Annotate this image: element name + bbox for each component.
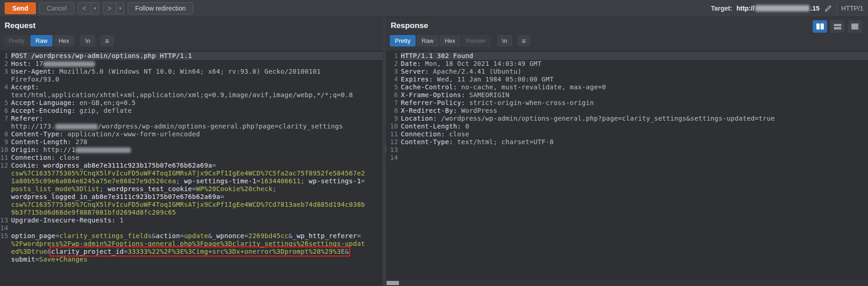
- line-number: 15: [0, 232, 11, 240]
- code-line: 7Referrer-Policy: strict-origin-when-cro…: [386, 99, 868, 107]
- code-line: 11Connection: close: [0, 154, 382, 162]
- tab-render[interactable]: Render: [461, 35, 491, 47]
- forward-history-dropdown[interactable]: ▾: [116, 3, 124, 14]
- line-number: [0, 185, 11, 193]
- code-line: 9Location: /wordpress/wp-admin/options-g…: [386, 115, 868, 123]
- code-line: 11Connection: close: [386, 130, 868, 138]
- code-line: 9b3f715bd6d68de9f8887081bfd2694d8fc209c6…: [0, 209, 382, 216]
- code-text: Accept-Encoding: gzip, deflate: [11, 107, 382, 115]
- line-number: 7: [386, 99, 401, 107]
- response-menu-button[interactable]: ≡: [517, 35, 531, 47]
- code-text: Referrer-Policy: strict-origin-when-cros…: [401, 99, 868, 107]
- tab-hex[interactable]: Hex: [440, 35, 460, 47]
- layout-columns-button[interactable]: [813, 20, 827, 33]
- code-line: Firefox/93.0: [0, 76, 382, 83]
- request-tabs: PrettyRawHex\n ≡: [0, 32, 382, 51]
- line-number: 10: [386, 123, 401, 130]
- tab-nn[interactable]: \n: [80, 35, 95, 47]
- line-number: 8: [0, 130, 11, 138]
- code-line: %2Fwordpress%2Fwp-admin%2Foptions-genera…: [0, 240, 382, 248]
- code-line: 10Origin: http://1: [0, 146, 382, 154]
- line-number: 2: [0, 60, 11, 68]
- line-number: 9: [0, 138, 11, 146]
- layout-rows-button[interactable]: [830, 20, 845, 33]
- code-text: http://173./wordpress/wp-admin/options-g…: [11, 123, 382, 130]
- request-menu-button[interactable]: ≡: [100, 35, 114, 47]
- code-line: 6Accept-Encoding: gzip, deflate: [0, 107, 382, 115]
- cancel-button[interactable]: Cancel: [39, 2, 74, 14]
- code-text: 1a80b55c09e6a084e8245a75e7e86827e9d520ce…: [11, 177, 382, 185]
- line-number: 14: [386, 154, 401, 162]
- code-text: Firefox/93.0: [11, 76, 382, 83]
- forward-button[interactable]: >: [103, 3, 116, 14]
- code-line: http://173./wordpress/wp-admin/options-g…: [0, 123, 382, 130]
- code-line: 14: [386, 154, 868, 162]
- tab-hex[interactable]: Hex: [53, 35, 74, 47]
- tab-pretty[interactable]: Pretty: [4, 35, 29, 47]
- hamburger-icon: ≡: [105, 37, 109, 45]
- line-number: 4: [386, 76, 401, 83]
- tab-nn[interactable]: \n: [497, 35, 512, 47]
- follow-redirection-button[interactable]: Follow redirection: [128, 2, 193, 14]
- code-line: 4Accept:: [0, 83, 382, 91]
- back-history-dropdown[interactable]: ▾: [91, 3, 99, 14]
- line-number: [0, 193, 11, 201]
- tab-pretty[interactable]: Pretty: [390, 35, 416, 47]
- code-text: Referer:: [11, 115, 382, 123]
- layout-single-button[interactable]: [848, 20, 862, 33]
- line-number: 11: [0, 154, 11, 162]
- code-line: 5Accept-Language: en-GB,en;q=0.5: [0, 99, 382, 107]
- line-number: 1: [386, 52, 401, 60]
- code-text: Cookie: wordpress_ab8e7e3111c923b175b07e…: [11, 162, 382, 169]
- code-line: 7Referer:: [0, 115, 382, 123]
- code-line: 1HTTP/1.1 302 Found: [386, 52, 868, 60]
- single-pane-icon: [851, 23, 858, 29]
- line-number: 9: [386, 115, 401, 123]
- code-line: 8X-Redirect-By: WordPress: [386, 107, 868, 115]
- code-line: 2Host: 17: [0, 60, 382, 68]
- response-horizontal-scrollbar[interactable]: [386, 280, 868, 286]
- message-editor-split: Request PrettyRawHex\n ≡ 1POST /wordpres…: [0, 17, 868, 286]
- toolbar-divider: [837, 3, 837, 14]
- code-text: [401, 154, 868, 162]
- line-number: 11: [386, 130, 401, 138]
- code-line: 14: [0, 224, 382, 232]
- rows-icon: [834, 24, 841, 29]
- line-number: [0, 123, 11, 130]
- line-number: 3: [386, 68, 401, 76]
- line-number: 13: [0, 216, 11, 224]
- line-number: 8: [386, 107, 401, 115]
- code-text: Accept-Language: en-GB,en;q=0.5: [11, 99, 382, 107]
- send-button[interactable]: Send: [5, 2, 36, 14]
- request-editor[interactable]: 1POST /wordpress/wp-admin/options.php HT…: [0, 51, 382, 286]
- back-button[interactable]: <: [78, 3, 91, 14]
- code-text: posts_list_mode%3Dlist; wordpress_test_c…: [11, 185, 382, 193]
- redacted-text: [43, 61, 95, 67]
- code-line: posts_list_mode%3Dlist; wordpress_test_c…: [0, 185, 382, 193]
- code-line: 1POST /wordpress/wp-admin/options.php HT…: [0, 52, 382, 60]
- annotation-highlight-box: clarity_project_id=33333%22%2F%3E%3Cimg+…: [51, 248, 349, 255]
- redacted-target-host: [755, 5, 809, 12]
- panel-divider[interactable]: ⋮: [382, 17, 386, 286]
- redacted-text: [76, 147, 131, 153]
- response-editor[interactable]: 1HTTP/1.1 302 Found2Date: Mon, 18 Oct 20…: [386, 51, 868, 286]
- code-line: 12Cookie: wordpress_ab8e7e3111c923b175b0…: [0, 162, 382, 169]
- forward-control: > ▾: [103, 2, 125, 14]
- code-text: X-Redirect-By: WordPress: [401, 107, 868, 115]
- code-text: [11, 224, 382, 232]
- code-text: Connection: close: [401, 130, 868, 138]
- line-number: 13: [386, 146, 401, 154]
- response-panel: Response PrettyRawHexRender\n ≡ 1HTTP/1.…: [386, 17, 868, 286]
- http-version-selector[interactable]: HTTP/1: [841, 5, 863, 12]
- code-line: 10Content-Length: 0: [386, 123, 868, 130]
- tab-raw[interactable]: Raw: [30, 35, 53, 47]
- tab-raw[interactable]: Raw: [416, 35, 439, 47]
- scrollbar-thumb[interactable]: [387, 281, 399, 285]
- redacted-text: [55, 124, 98, 129]
- line-number: [0, 201, 11, 209]
- pencil-icon[interactable]: [824, 4, 833, 13]
- code-text: Content-Length: 0: [401, 123, 868, 130]
- line-number: 3: [0, 68, 11, 76]
- code-text: POST /wordpress/wp-admin/options.php HTT…: [11, 52, 382, 60]
- code-text: [401, 146, 868, 154]
